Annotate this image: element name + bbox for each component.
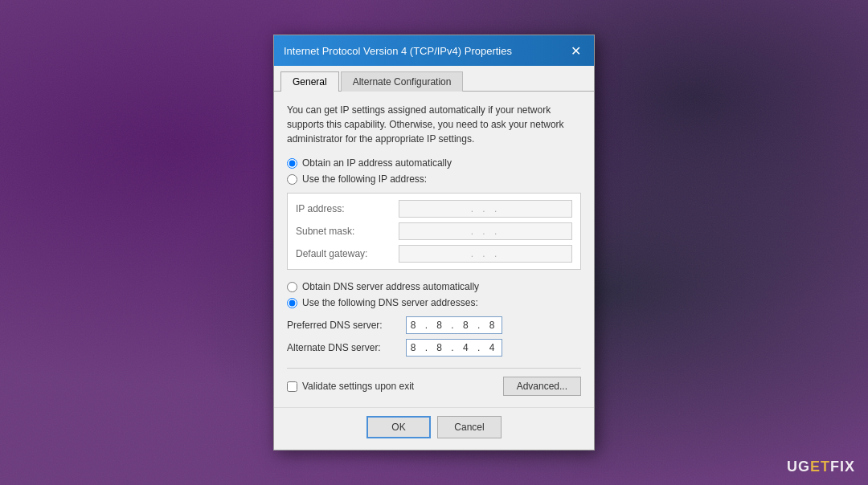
auto-dns-radio[interactable]: [287, 282, 297, 292]
auto-ip-radio[interactable]: [287, 158, 297, 169]
watermark: UGETFIX: [787, 459, 855, 475]
dialog-window: Internet Protocol Version 4 (TCP/IPv4) P…: [273, 35, 595, 450]
subnet-mask-row: Subnet mask:: [296, 222, 572, 240]
preferred-dns-label: Preferred DNS server:: [287, 320, 399, 331]
cancel-button[interactable]: Cancel: [437, 416, 502, 438]
button-row: OK Cancel: [274, 407, 594, 450]
dialog-title: Internet Protocol Version 4 (TCP/IPv4) P…: [284, 45, 512, 57]
auto-dns-label[interactable]: Obtain DNS server address automatically: [287, 281, 581, 292]
title-bar: Internet Protocol Version 4 (TCP/IPv4) P…: [274, 35, 594, 66]
tab-general[interactable]: General: [280, 71, 339, 92]
default-gateway-input[interactable]: [399, 245, 572, 263]
tab-alternate-config[interactable]: Alternate Configuration: [341, 71, 464, 92]
tab-bar: General Alternate Configuration: [274, 66, 594, 92]
alternate-dns-label: Alternate DNS server:: [287, 342, 399, 353]
preferred-dns-row: Preferred DNS server:: [287, 316, 581, 334]
advanced-button[interactable]: Advanced...: [503, 377, 581, 396]
manual-dns-label[interactable]: Use the following DNS server addresses:: [287, 297, 581, 308]
alternate-dns-input[interactable]: [406, 339, 502, 357]
dns-radio-group: Obtain DNS server address automatically …: [287, 281, 581, 308]
ip-address-row: IP address:: [296, 200, 572, 218]
dialog-body: You can get IP settings assigned automat…: [274, 92, 594, 407]
ip-address-label: IP address:: [296, 203, 392, 214]
auto-ip-label[interactable]: Obtain an IP address automatically: [287, 157, 581, 169]
ip-address-input[interactable]: [399, 200, 572, 218]
default-gateway-row: Default gateway:: [296, 245, 572, 263]
ip-fields-section: IP address: Subnet mask: Default gateway…: [287, 193, 581, 270]
alternate-dns-row: Alternate DNS server:: [287, 339, 581, 357]
ok-button[interactable]: OK: [366, 416, 431, 438]
default-gateway-label: Default gateway:: [296, 248, 392, 259]
preferred-dns-input[interactable]: [406, 316, 502, 334]
manual-ip-label[interactable]: Use the following IP address:: [287, 173, 581, 185]
validate-checkbox[interactable]: [287, 381, 297, 392]
subnet-mask-input[interactable]: [399, 222, 572, 240]
ip-radio-group: Obtain an IP address automatically Use t…: [287, 157, 581, 185]
validate-row: Validate settings upon exit Advanced...: [287, 368, 581, 396]
manual-dns-radio[interactable]: [287, 298, 297, 308]
subnet-mask-label: Subnet mask:: [296, 226, 392, 237]
manual-ip-radio[interactable]: [287, 174, 297, 185]
dns-section: Obtain DNS server address automatically …: [287, 281, 581, 357]
validate-left: Validate settings upon exit: [287, 381, 414, 392]
validate-label[interactable]: Validate settings upon exit: [302, 381, 414, 392]
description-text: You can get IP settings assigned automat…: [287, 103, 581, 146]
close-button[interactable]: ✕: [567, 42, 584, 59]
